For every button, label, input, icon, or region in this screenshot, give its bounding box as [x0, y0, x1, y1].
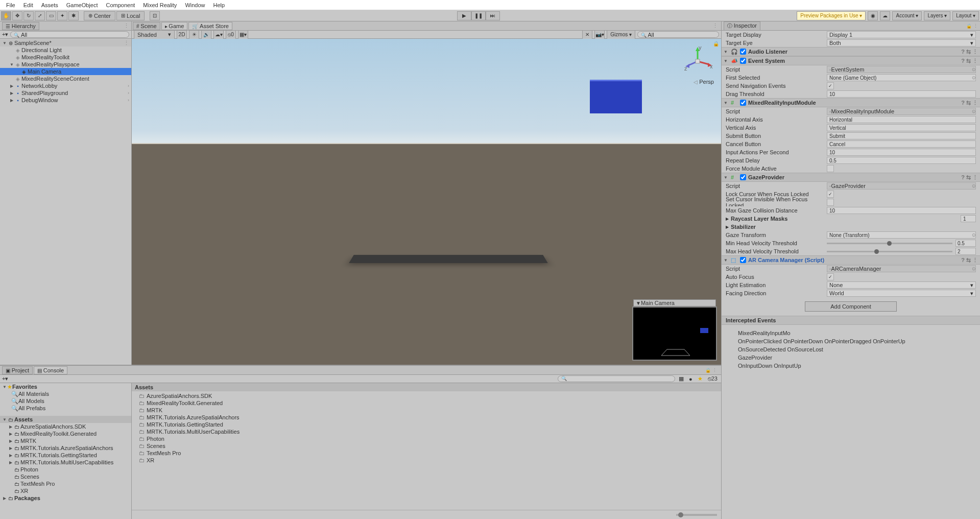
- cancel-button-field[interactable]: Cancel: [827, 140, 976, 148]
- project-tab2[interactable]: ▣ Project: [2, 366, 33, 374]
- custom-tool[interactable]: ✱: [68, 11, 79, 20]
- layout-dropdown[interactable]: Layout ▾: [952, 11, 979, 20]
- vertical-axis-field[interactable]: Vertical: [827, 124, 976, 131]
- auto-focus-checkbox[interactable]: ✓: [827, 273, 834, 280]
- hierarchy-item-networklobby[interactable]: ▶▪NetworkLobby›: [0, 82, 131, 89]
- tools-button[interactable]: ✕: [582, 30, 592, 39]
- rotate-tool[interactable]: ↻: [23, 11, 34, 20]
- project-tree-item[interactable]: 🗀 TextMesh Pro: [0, 480, 131, 487]
- audio-toggle[interactable]: 🔊: [201, 30, 211, 39]
- menu-component[interactable]: Component: [102, 2, 139, 8]
- scene-search[interactable]: 🔍 All: [637, 31, 719, 38]
- project-tree-item[interactable]: ▶🗀 MRTK.Tutorials.AzureSpatialAnchors: [0, 444, 131, 452]
- hierarchy-item-debugwindow[interactable]: ▶▪DebugWindow›: [0, 97, 131, 104]
- hierarchy-search[interactable]: 🔍 All: [10, 31, 129, 38]
- star-filter-icon2[interactable]: ★: [696, 375, 704, 382]
- intercepted-events-header[interactable]: Intercepted Events: [722, 316, 980, 325]
- inspector-tab[interactable]: ⓘ Inspector: [724, 21, 760, 31]
- project-search2[interactable]: 🔍: [558, 375, 675, 382]
- menu-edit[interactable]: Edit: [19, 2, 37, 8]
- hierarchy-tab[interactable]: ☰ Hierarchy: [2, 22, 39, 30]
- assets-folder-item[interactable]: 🗀 MRTK.Tutorials.AzureSpatialAnchors: [132, 414, 721, 421]
- menu-gameobject[interactable]: GameObject: [62, 2, 102, 8]
- hierarchy-item-sharedplayground[interactable]: ▶▪SharedPlayground›: [0, 89, 131, 97]
- gaze-distance-field[interactable]: 10: [827, 207, 976, 214]
- hierarchy-item-directional-light[interactable]: ◈Directional Light: [0, 46, 131, 54]
- submit-button-field[interactable]: Submit: [827, 132, 976, 139]
- asset-store-tab[interactable]: 🛒 Asset Store: [188, 22, 232, 30]
- target-display-field[interactable]: Display 1▾: [827, 31, 976, 38]
- project-tree-item[interactable]: 🗀 Photon: [0, 466, 131, 473]
- persp-label[interactable]: ◁ Persp: [694, 79, 714, 85]
- assets-folder-item[interactable]: 🗀 MRTK: [132, 407, 721, 414]
- hierarchy-item-mrtk[interactable]: ◈MixedRealityToolkit: [0, 54, 131, 61]
- draw-mode-dropdown[interactable]: Shaded ▾: [134, 30, 175, 39]
- gaze-transform-field[interactable]: None (Transform): [827, 231, 976, 239]
- packages-group[interactable]: ▶🗀 Packages: [0, 494, 131, 502]
- assets-folder-item[interactable]: 🗀 Scenes: [132, 442, 721, 450]
- target-eye-field[interactable]: Both▾: [827, 39, 976, 46]
- assets-folder-item[interactable]: 🗀 XR: [132, 457, 721, 464]
- 2d-toggle[interactable]: 2D: [177, 30, 187, 39]
- play-button[interactable]: ▶: [457, 11, 471, 20]
- repeat-delay-field[interactable]: 0.5: [827, 157, 976, 164]
- gaze-provider-component[interactable]: ▼#GazeProvider? ⇆ ⋮: [722, 173, 980, 182]
- scene-root[interactable]: ▼⊛SampleScene* ⋮: [0, 39, 131, 46]
- project-create-button2[interactable]: +▾: [2, 375, 8, 382]
- horizontal-axis-field[interactable]: Horizontal: [827, 116, 976, 123]
- create-button[interactable]: +▾: [2, 31, 8, 38]
- add-component-button[interactable]: Add Component: [805, 301, 897, 312]
- move-tool[interactable]: ✥: [12, 11, 22, 20]
- gizmos-dropdown[interactable]: Gizmos ▾: [607, 30, 635, 39]
- raycast-masks-field[interactable]: 1: [961, 215, 976, 222]
- force-module-checkbox[interactable]: [827, 165, 834, 172]
- input-module-component[interactable]: ▼#MixedRealityInputModule? ⇆ ⋮: [722, 98, 980, 107]
- grid-toggle[interactable]: ▦▾: [238, 30, 248, 39]
- lighting-toggle[interactable]: ☀: [189, 30, 199, 39]
- fav-item[interactable]: 🔍 All Models: [0, 397, 131, 405]
- preview-packages-button[interactable]: Preview Packages in Use ▾: [797, 11, 866, 20]
- pivot-toggle[interactable]: ⊕ Center: [84, 11, 115, 20]
- first-selected-field[interactable]: None (Game Object): [827, 74, 976, 81]
- step-button[interactable]: ⏭: [486, 11, 500, 20]
- project-tree-item[interactable]: 🗀 XR: [0, 487, 131, 494]
- scene-tab[interactable]: # Scene: [133, 22, 160, 30]
- cloud-button[interactable]: ☁: [880, 11, 890, 20]
- hierarchy-item-playspace[interactable]: ▼◈MixedRealityPlayspace: [0, 61, 131, 68]
- local-toggle[interactable]: ⊞ Local: [116, 11, 145, 20]
- project-tree-item[interactable]: ▶🗀 MRTK.Tutorials.MultiUserCapabilities: [0, 459, 131, 466]
- assets-folder-item[interactable]: 🗀 MixedRealityToolkit.Generated: [132, 399, 721, 407]
- game-tab[interactable]: ▸ Game: [161, 22, 188, 30]
- min-head-slider[interactable]: [827, 243, 952, 244]
- console-tab2[interactable]: ▤ Console: [34, 366, 67, 374]
- fav-item[interactable]: 🔍 All Prefabs: [0, 405, 131, 412]
- snap-toggle[interactable]: ⊡: [150, 11, 160, 20]
- cursor-invisible-checkbox[interactable]: [827, 199, 834, 206]
- assets-folder-item[interactable]: 🗀 AzureSpatialAnchors.SDK: [132, 392, 721, 399]
- lock-icon[interactable]: 🔒: [713, 41, 719, 46]
- assets-group[interactable]: ▼🗀 Assets: [0, 416, 131, 423]
- assets-folder-item[interactable]: 🗀 TextMesh Pro: [132, 450, 721, 457]
- hidden-toggle[interactable]: ⦸0: [226, 30, 236, 39]
- camera-button[interactable]: 📷▾: [594, 30, 605, 39]
- menu-assets[interactable]: Assets: [37, 2, 62, 8]
- account-dropdown[interactable]: Account ▾: [892, 11, 922, 20]
- assets-folder-item[interactable]: 🗀 MRTK.Tutorials.GettingStarted: [132, 421, 721, 428]
- scene-view[interactable]: 🔒 y x z ◁ Persp ▼ Main Camera: [132, 39, 721, 365]
- facing-direction-field[interactable]: World▾: [827, 290, 976, 297]
- layers-dropdown[interactable]: Layers ▾: [924, 11, 950, 20]
- menu-file[interactable]: File: [2, 2, 19, 8]
- scale-tool[interactable]: ⤢: [35, 11, 45, 20]
- project-tree-item[interactable]: ▶🗀 MixedRealityToolkit.Generated: [0, 430, 131, 437]
- project-tree-item[interactable]: 🗀 Scenes: [0, 473, 131, 480]
- audio-listener-component[interactable]: ▼🎧Audio Listener? ⇆ ⋮: [722, 47, 980, 56]
- hierarchy-item-main-camera[interactable]: ◈Main Camera: [0, 68, 131, 75]
- menu-window[interactable]: Window: [181, 2, 209, 8]
- ar-camera-manager-component[interactable]: ▼⬚AR Camera Manager (Script)? ⇆ ⋮: [722, 255, 980, 265]
- input-actions-field[interactable]: 10: [827, 149, 976, 156]
- transform-tool[interactable]: ✦: [57, 11, 67, 20]
- menu-mixed-reality[interactable]: Mixed Reality: [139, 2, 181, 8]
- fx-toggle[interactable]: ☁▾: [213, 30, 224, 39]
- pause-button[interactable]: ❚❚: [471, 11, 486, 20]
- drag-threshold-field[interactable]: 10: [827, 90, 976, 98]
